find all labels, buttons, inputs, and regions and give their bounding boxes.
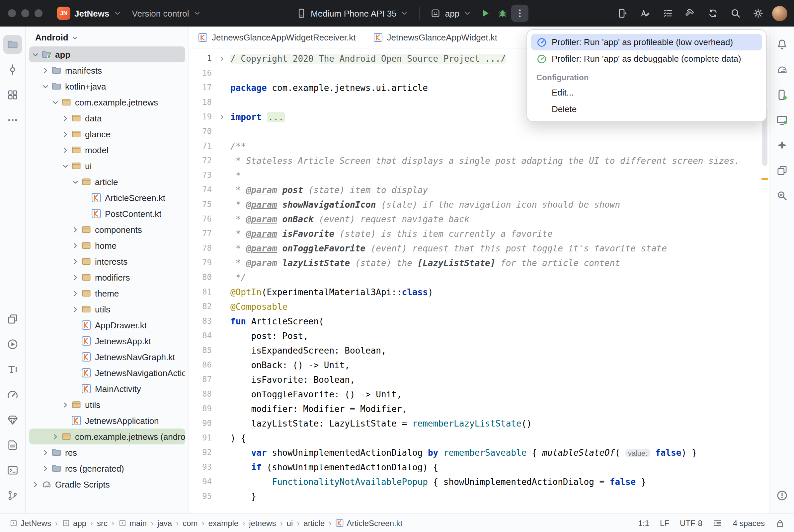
tree-item-manifests[interactable]: manifests <box>29 62 185 78</box>
tree-item-utils[interactable]: utils <box>29 397 185 413</box>
window-minimize-button[interactable] <box>21 9 29 17</box>
tree-item-app[interactable]: app <box>29 46 185 62</box>
notifications-button[interactable] <box>772 35 791 54</box>
chevron-right-icon[interactable] <box>70 304 80 315</box>
running-devices-button[interactable] <box>772 111 791 129</box>
tree-item-jetnewsapplication[interactable]: JetnewsApplication <box>29 413 185 429</box>
chevron-right-icon[interactable] <box>70 240 80 251</box>
user-avatar[interactable] <box>772 6 787 21</box>
assistant-button[interactable] <box>637 5 654 22</box>
more-tool-windows-button[interactable] <box>3 111 22 129</box>
profiler-button[interactable] <box>3 385 22 404</box>
code-line-88[interactable]: 88 onToggleFavorite: () -> Unit, <box>189 387 769 401</box>
fold-arrow-icon[interactable] <box>218 55 230 62</box>
breadcrumb-item-src[interactable]: src <box>97 518 108 528</box>
code-line-89[interactable]: 89 modifier: Modifier = Modifier, <box>189 401 769 416</box>
tree-item-utils[interactable]: utils <box>29 301 185 317</box>
chevron-right-icon[interactable] <box>40 463 51 474</box>
tree-item-data[interactable]: data <box>29 110 185 126</box>
tree-item-jetnewsapp-kt[interactable]: JetnewsApp.kt <box>29 333 185 349</box>
device-manager-button[interactable] <box>772 86 791 104</box>
run-tool-button[interactable] <box>3 335 22 354</box>
breadcrumb-item-example[interactable]: example <box>208 518 239 528</box>
tree-item-ui[interactable]: ui <box>29 158 185 174</box>
code-line-76[interactable]: 76 * @param onBack (event) request navig… <box>189 212 769 226</box>
debug-button[interactable] <box>494 5 511 22</box>
chevron-down-icon[interactable] <box>40 81 51 92</box>
chevron-right-icon[interactable] <box>40 65 51 76</box>
checklist-button[interactable] <box>659 5 677 22</box>
code-line-87[interactable]: 87 isFavorite: Boolean, <box>189 372 769 387</box>
device-mirror-button[interactable] <box>614 5 631 22</box>
chevron-right-icon[interactable] <box>70 256 80 267</box>
chevron-right-icon[interactable] <box>40 447 51 458</box>
code-line-90[interactable]: 90 lazyListState: LazyListState = rememb… <box>189 416 769 431</box>
breadcrumb-item-main[interactable]: main <box>118 518 147 528</box>
editor-tab-jetnewsglanceappwidgetreceiver-kt[interactable]: JetnewsGlanceAppWidgetReceiver.kt <box>189 26 365 48</box>
chevron-down-icon[interactable] <box>31 49 40 60</box>
chevron-down-icon[interactable] <box>60 160 70 171</box>
file-encoding[interactable]: UTF-8 <box>680 518 702 528</box>
vcs-widget[interactable]: Version control <box>127 6 206 21</box>
indent-size[interactable]: 4 spaces <box>733 518 765 528</box>
chevron-right-icon[interactable] <box>60 145 70 155</box>
lock-icon[interactable] <box>775 518 785 528</box>
tree-item-glance[interactable]: glance <box>29 126 185 142</box>
code-line-79[interactable]: 79 * @param lazyListState (state) the [L… <box>189 255 769 270</box>
breadcrumb-item-com[interactable]: com <box>183 518 198 528</box>
tree-item-com-example-jetnews-androidtest[interactable]: com.example.jetnews (androidTest) <box>29 429 185 444</box>
code-line-93[interactable]: 93 if (showUnimplementedActionDialog) { <box>189 460 769 474</box>
popup-item-profiler-run-app-as-debuggable-complete-[interactable]: Profiler: Run 'app' as debuggable (compl… <box>531 51 762 67</box>
project-button[interactable] <box>3 35 22 54</box>
tree-item-postcontent-kt[interactable]: PostContent.kt <box>29 206 185 222</box>
caret-position[interactable]: 1:1 <box>638 518 649 528</box>
search-button[interactable] <box>727 5 744 22</box>
code-line-80[interactable]: 80 */ <box>189 270 769 285</box>
tree-item-res-generated[interactable]: res (generated) <box>29 460 185 476</box>
problems-button[interactable] <box>772 486 791 505</box>
line-separator[interactable]: LF <box>660 518 669 528</box>
tree-item-kotlin-java[interactable]: kotlin+java <box>29 78 185 94</box>
version-control-button[interactable] <box>3 486 22 505</box>
tree-item-mainactivity[interactable]: MainActivity <box>29 381 185 397</box>
code-line-92[interactable]: 92 var showUnimplementedActionDialog by … <box>189 445 769 460</box>
window-zoom-button[interactable] <box>35 9 42 17</box>
popup-item-profiler-run-app-as-profileable-low-over[interactable]: Profiler: Run 'app' as profileable (low … <box>531 34 762 51</box>
chevron-right-icon[interactable] <box>70 288 80 299</box>
chevron-down-icon[interactable] <box>51 97 60 108</box>
build-button[interactable] <box>682 5 699 22</box>
fold-arrow-icon[interactable] <box>218 113 230 120</box>
breadcrumb-item-java[interactable]: java <box>157 518 172 528</box>
find-button[interactable] <box>772 186 791 205</box>
indent-icon[interactable] <box>713 518 722 528</box>
gradle-button[interactable] <box>772 60 791 79</box>
project-view-selector[interactable]: Android <box>26 26 188 46</box>
code-line-84[interactable]: 84 post: Post, <box>189 328 769 343</box>
code-line-72[interactable]: 72 * Stateless Article Screen that displ… <box>189 153 769 168</box>
app-inspection-button[interactable] <box>3 411 22 429</box>
chevron-down-icon[interactable] <box>70 176 80 187</box>
project-widget[interactable]: JN JetNews <box>52 4 127 22</box>
build-variants-button[interactable] <box>3 310 22 328</box>
window-close-button[interactable] <box>8 9 16 17</box>
popup-item-edit[interactable]: Edit... <box>531 84 762 101</box>
todo-button[interactable] <box>3 360 22 379</box>
chevron-right-icon[interactable] <box>70 224 80 235</box>
more-run-options-button[interactable] <box>511 5 529 22</box>
breadcrumb-item-jetnews[interactable]: jetnews <box>249 518 276 528</box>
chevron-right-icon[interactable] <box>60 113 70 124</box>
sync-button[interactable] <box>704 5 722 22</box>
code-line-74[interactable]: 74 * @param post (state) item to display <box>189 183 769 197</box>
tree-item-interests[interactable]: interests <box>29 253 185 269</box>
code-line-91[interactable]: 91) { <box>189 431 769 445</box>
settings-button[interactable] <box>750 5 767 22</box>
layout-inspector-button[interactable] <box>772 161 791 180</box>
breadcrumb-item-jetnews[interactable]: JetNews <box>9 518 51 528</box>
tree-item-jetnewsnavigationactions-kt[interactable]: JetnewsNavigationActions.kt <box>29 365 185 381</box>
tree-item-com-example-jetnews[interactable]: com.example.jetnews <box>29 94 185 110</box>
code-line-78[interactable]: 78 * @param onToggleFavorite (event) req… <box>189 241 769 255</box>
tree-item-jetnewsnavgraph-kt[interactable]: JetnewsNavGraph.kt <box>29 349 185 365</box>
code-line-95[interactable]: 95 } <box>189 489 769 504</box>
tree-item-home[interactable]: home <box>29 238 185 253</box>
chevron-right-icon[interactable] <box>51 431 60 442</box>
